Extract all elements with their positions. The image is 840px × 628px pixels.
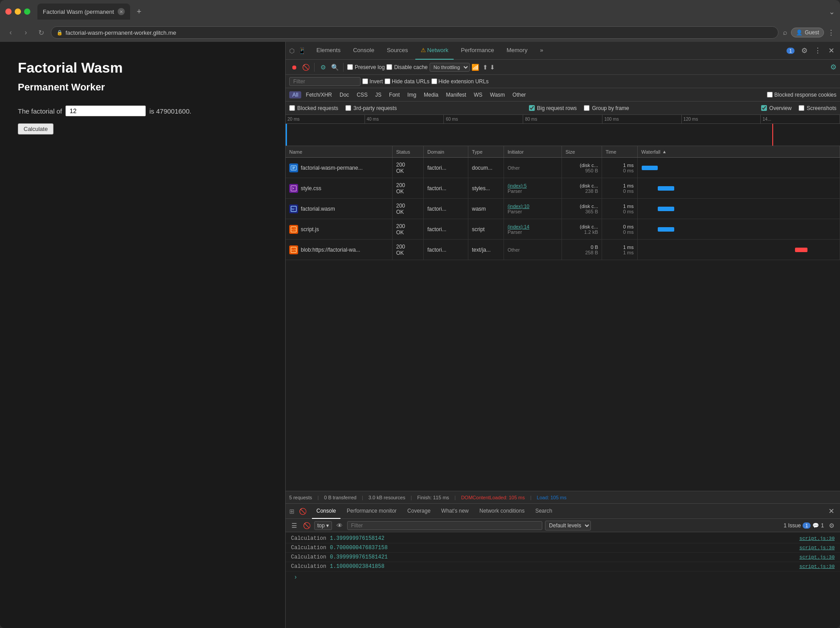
console-tab-perf-monitor[interactable]: Performance monitor xyxy=(342,504,401,519)
traffic-light-yellow[interactable] xyxy=(15,8,21,15)
console-sidebar-icon[interactable]: ☰ xyxy=(289,521,299,530)
screenshots-checkbox[interactable]: Screenshots xyxy=(799,105,836,111)
overview-input[interactable] xyxy=(761,105,767,111)
table-row[interactable]: style.css 200 OK factori... styles... xyxy=(286,178,840,199)
th-initiator[interactable]: Initiator xyxy=(504,146,562,157)
zoom-icon[interactable]: ⌕ xyxy=(783,29,787,37)
type-filter-manifest[interactable]: Manifest xyxy=(443,91,469,98)
th-status[interactable]: Status xyxy=(393,146,424,157)
th-time[interactable]: Time xyxy=(602,146,638,157)
table-row[interactable]: W factorial.wasm 200 OK factori... wa xyxy=(286,199,840,219)
record-button[interactable]: ⏺ xyxy=(289,62,299,72)
blocked-cookies-label[interactable]: Blocked response cookies xyxy=(767,92,836,98)
hide-data-urls-checkbox[interactable]: Hide data URLs xyxy=(385,78,430,85)
type-filter-doc[interactable]: Doc xyxy=(336,91,352,98)
console-settings-icon[interactable]: ⚙ xyxy=(827,521,836,530)
console-tab-whats-new[interactable]: What's new xyxy=(437,504,473,519)
overview-checkbox[interactable]: Overview xyxy=(761,105,791,111)
invert-input[interactable] xyxy=(362,78,368,84)
tab-performance[interactable]: Performance xyxy=(455,42,499,60)
blocked-requests-checkbox[interactable]: Blocked requests xyxy=(289,105,338,111)
console-link-2[interactable]: script.js:30 xyxy=(799,545,835,551)
devtools-close-icon[interactable]: ✕ xyxy=(826,45,836,56)
console-link-4[interactable]: script.js:30 xyxy=(799,564,835,569)
back-button[interactable]: ‹ xyxy=(5,29,16,37)
console-clear-icon[interactable]: 🚫 xyxy=(302,521,311,530)
hide-ext-urls-input[interactable] xyxy=(431,78,437,84)
third-party-checkbox[interactable]: 3rd-party requests xyxy=(345,105,397,111)
invert-checkbox[interactable]: Invert xyxy=(362,78,383,85)
clear-button[interactable]: 🚫 xyxy=(301,62,311,72)
calculate-button[interactable]: Calculate xyxy=(18,123,53,135)
big-rows-checkbox[interactable]: Big request rows xyxy=(529,105,577,111)
tab-sources[interactable]: Sources xyxy=(381,42,414,60)
levels-select[interactable]: Default levels xyxy=(545,521,591,530)
initiator-link-wasm[interactable]: (index):10 xyxy=(508,204,529,209)
console-expand-icon[interactable]: › xyxy=(291,572,300,581)
offline-icon[interactable]: 📶 xyxy=(471,64,479,71)
disable-cache-checkbox[interactable]: Disable cache xyxy=(386,64,427,70)
hide-data-urls-input[interactable] xyxy=(385,78,390,84)
type-filter-js[interactable]: JS xyxy=(372,91,385,98)
type-filter-img[interactable]: Img xyxy=(404,91,419,98)
console-close-button[interactable]: ✕ xyxy=(826,506,836,517)
tab-elements[interactable]: Elements xyxy=(311,42,346,60)
console-tab-search[interactable]: Search xyxy=(531,504,557,519)
devtools-settings-icon[interactable]: ⚙ xyxy=(799,45,810,56)
group-frame-checkbox[interactable]: Group by frame xyxy=(584,105,629,111)
devtools-device-icon[interactable]: 📱 xyxy=(298,47,306,54)
tab-close-button[interactable]: ✕ xyxy=(118,8,125,15)
console-filter-input[interactable] xyxy=(347,521,542,530)
new-tab-button[interactable]: + xyxy=(133,5,145,18)
preserve-log-input[interactable] xyxy=(347,64,353,70)
blocked-requests-input[interactable] xyxy=(289,105,295,111)
disable-cache-input[interactable] xyxy=(386,64,392,70)
context-selector[interactable]: top ▾ xyxy=(314,521,332,530)
hide-ext-urls-checkbox[interactable]: Hide extension URLs xyxy=(431,78,489,85)
type-filter-font[interactable]: Font xyxy=(386,91,403,98)
console-panel-icon[interactable]: ⊞ xyxy=(289,508,295,515)
devtools-inspector-icon[interactable]: ⬡ xyxy=(289,47,295,54)
screenshots-input[interactable] xyxy=(799,105,804,111)
traffic-light-green[interactable] xyxy=(24,8,30,15)
preserve-log-checkbox[interactable]: Preserve log xyxy=(347,64,385,70)
th-type[interactable]: Type xyxy=(468,146,504,157)
type-filter-media[interactable]: Media xyxy=(421,91,442,98)
third-party-input[interactable] xyxy=(345,105,351,111)
type-filter-all[interactable]: All xyxy=(289,91,301,98)
tab-more[interactable]: » xyxy=(535,42,549,60)
table-row[interactable]: </> script.js 200 OK factori... scrip xyxy=(286,219,840,240)
factorial-input[interactable] xyxy=(66,106,146,116)
table-row[interactable]: factorial-wasm-permane... 200 OK factori… xyxy=(286,158,840,178)
tab-expand-button[interactable]: ⌄ xyxy=(829,8,835,16)
network-settings-icon[interactable]: ⚙ xyxy=(830,63,836,71)
console-no-entry-icon[interactable]: 🚫 xyxy=(299,508,307,515)
th-domain[interactable]: Domain xyxy=(424,146,468,157)
download-icon[interactable]: ⬇ xyxy=(490,64,495,71)
th-waterfall[interactable]: Waterfall ▲ xyxy=(638,146,840,157)
url-bar[interactable]: 🔒 factorial-wasm-permanent-worker.glitch… xyxy=(51,26,779,39)
type-filter-css[interactable]: CSS xyxy=(353,91,371,98)
th-size[interactable]: Size xyxy=(562,146,602,157)
initiator-link-js[interactable]: (index):14 xyxy=(508,224,529,229)
tab-network[interactable]: ⚠ Network xyxy=(415,42,454,60)
th-name[interactable]: Name xyxy=(286,146,393,157)
console-tab-console[interactable]: Console xyxy=(312,504,340,519)
console-link-1[interactable]: script.js:30 xyxy=(799,536,835,541)
traffic-light-red[interactable] xyxy=(5,8,12,15)
type-filter-other[interactable]: Other xyxy=(509,91,529,98)
devtools-kebab-icon[interactable]: ⋮ xyxy=(812,45,823,56)
guest-button[interactable]: 👤 Guest xyxy=(791,28,824,37)
blocked-cookies-input[interactable] xyxy=(767,92,773,98)
group-frame-input[interactable] xyxy=(584,105,590,111)
type-filter-fetch-xhr[interactable]: Fetch/XHR xyxy=(303,91,335,98)
big-rows-input[interactable] xyxy=(529,105,535,111)
tab-console[interactable]: Console xyxy=(348,42,380,60)
initiator-link-css[interactable]: (index):5 xyxy=(508,183,527,188)
type-filter-ws[interactable]: WS xyxy=(471,91,485,98)
throttle-select[interactable]: No throttling xyxy=(430,63,470,72)
search-button[interactable]: 🔍 xyxy=(330,62,340,72)
issues-badge[interactable]: 1 xyxy=(787,48,795,54)
type-filter-wasm[interactable]: Wasm xyxy=(487,91,508,98)
browser-tab-active[interactable]: Factorial Wasm (permanent ✕ xyxy=(37,4,130,20)
